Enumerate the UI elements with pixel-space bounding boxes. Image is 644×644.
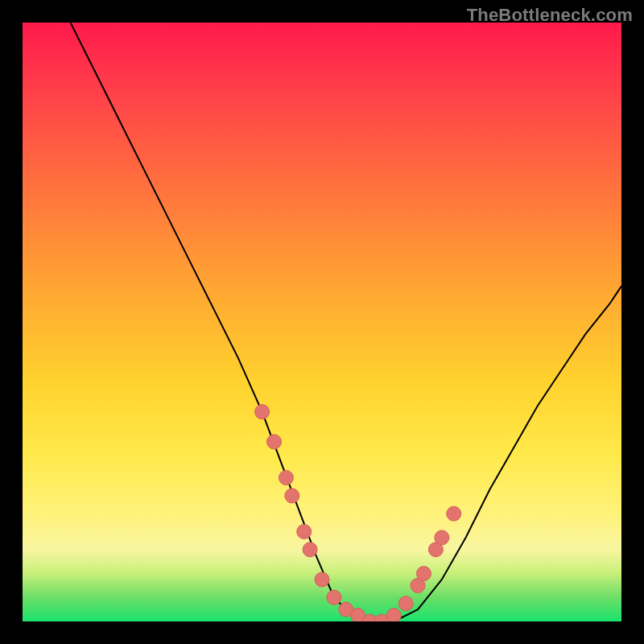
curve-marker <box>398 597 413 611</box>
chart-overlay <box>23 23 621 621</box>
curve-marker <box>255 405 270 419</box>
curve-marker <box>315 572 329 587</box>
curve-marker <box>447 506 461 521</box>
curve-marker <box>386 609 401 621</box>
curve-marker <box>435 530 449 545</box>
bottleneck-curve <box>71 23 622 621</box>
curve-marker <box>285 489 299 503</box>
curve-marker <box>417 567 431 581</box>
curve-marker <box>297 524 312 539</box>
curve-marker <box>303 543 317 557</box>
curve-marker <box>327 590 341 605</box>
curve-marker <box>279 470 293 485</box>
curve-marker <box>267 435 282 449</box>
curve-markers <box>255 405 461 621</box>
